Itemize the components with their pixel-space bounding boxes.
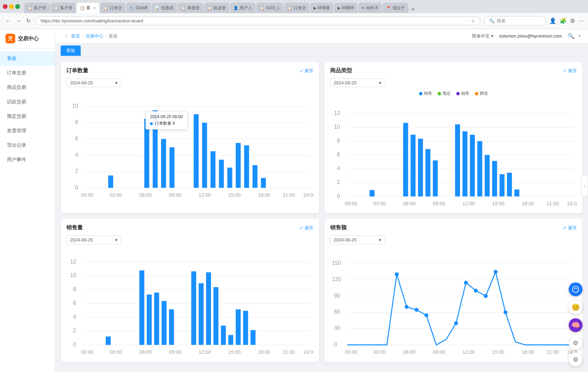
svg-rect-16 <box>169 147 174 188</box>
language-selector[interactable]: 简体中文 ▾ <box>472 33 494 39</box>
new-tab-button[interactable]: + <box>409 6 417 13</box>
legend-label-reservation: 预定 <box>442 91 451 96</box>
svg-text:03:00: 03:00 <box>373 201 386 206</box>
sidebar-item-recognition-trading[interactable]: 识款交易 <box>0 95 55 109</box>
sales-amount-header: 销售额 ⤢ 展开 <box>330 224 577 231</box>
address-bar: ← → ↻ https://rbc.hycereson.com/trading/… <box>0 13 588 29</box>
browser-tab[interactable]: 📋机器管 <box>204 3 229 13</box>
svg-rect-99 <box>236 309 241 345</box>
browser-tab-active[interactable]: 📋看 ✕ <box>77 3 99 13</box>
browser-tab[interactable]: 📋SOO_L <box>256 3 283 13</box>
breadcrumb-current: 看板 <box>109 33 118 39</box>
svg-text:03:00: 03:00 <box>110 349 122 355</box>
svg-text:6: 6 <box>337 152 340 157</box>
forward-button[interactable]: → <box>14 17 23 25</box>
url-bar[interactable]: https://rbc.hycereson.com/trading/transa… <box>36 17 480 25</box>
sidebar-item-product-trading[interactable]: 商品交易 <box>0 80 55 95</box>
sales-volume-date-select[interactable]: 2024-09-25 ▾ <box>66 236 121 244</box>
order-count-svg: 0 2 4 6 8 10 <box>66 91 313 199</box>
header-right: 简体中文 ▾ solomon.zhou@hycereson.com 🔍 + <box>472 33 581 39</box>
plus-icon[interactable]: + <box>578 33 581 39</box>
browser-tab[interactable]: 📊优惠类 <box>151 3 177 13</box>
sales-volume-chart: 0 2 4 6 8 10 12 <box>66 248 313 356</box>
data-point <box>503 310 507 314</box>
sales-amount-date-select[interactable]: 2024-09-25 ▾ <box>330 236 385 244</box>
settings-icon[interactable]: ⚙ <box>570 18 575 24</box>
svg-text:06:00: 06:00 <box>139 192 152 198</box>
product-type-expand[interactable]: ⤢ 展开 <box>563 68 577 74</box>
sidebar-item-invoice[interactable]: 发票管理 <box>0 124 55 138</box>
svg-rect-13 <box>144 119 149 188</box>
search-icon: 🔍 <box>489 18 495 23</box>
tab-kanban[interactable]: 看板 <box>61 45 81 56</box>
top-header: 《 首页 / 交易中心 / 看板 简体中文 ▾ solomon.zhou@hyc… <box>55 29 588 43</box>
charts-grid: 订单数量 ⤢ 展开 2024-09-25 ▾ <box>61 62 582 362</box>
collapse-sidebar-btn[interactable]: 《 <box>62 32 68 40</box>
browser-tab[interactable]: ▶哔哩看 <box>310 3 333 13</box>
sidebar-item-order-trading[interactable]: 订单交易 <box>0 66 55 80</box>
svg-text:03:00: 03:00 <box>110 192 122 198</box>
browser-tab[interactable]: 📋订单交 <box>100 3 126 13</box>
product-type-legend: 销售 预定 抽奖 赠送 <box>330 91 577 96</box>
svg-text:06:00: 06:00 <box>139 349 152 355</box>
window-controls[interactable] <box>3 4 20 9</box>
svg-rect-50 <box>403 123 408 197</box>
order-count-expand[interactable]: ⤢ 展开 <box>299 68 313 74</box>
app-container: 交 交易中心 看板 订单交易 商品交易 识款交易 预定交易 发票管理 导出记录 … <box>0 29 588 372</box>
svg-text:18:00: 18:00 <box>521 349 534 355</box>
breadcrumb-trading[interactable]: 交易中心 <box>86 33 103 39</box>
float-icon-smile[interactable]: 😊 <box>569 300 582 314</box>
window-close-button[interactable] <box>3 4 8 9</box>
main-content: 订单数量 ⤢ 展开 2024-09-25 ▾ <box>55 56 588 372</box>
sales-amount-expand[interactable]: ⤢ 展开 <box>563 225 577 231</box>
product-type-card: 商品类型 ⤢ 展开 2024-09-25 ▾ <box>325 62 583 213</box>
sales-volume-expand[interactable]: ⤢ 展开 <box>299 225 313 231</box>
browser-tab[interactable]: ✏创作不 <box>358 3 382 13</box>
browser-tab[interactable]: 📋客户管 <box>50 3 76 13</box>
browser-tab[interactable]: 📍现位于 <box>383 3 408 13</box>
svg-rect-97 <box>221 326 226 345</box>
browser-tab[interactable]: 📋单据管 <box>178 3 203 13</box>
browser-tab[interactable]: 🔧03a6ff <box>126 3 151 13</box>
svg-rect-52 <box>418 139 423 197</box>
window-minimize-button[interactable] <box>9 4 14 9</box>
sidebar-item-export[interactable]: 导出记录 <box>0 138 55 153</box>
svg-text:30: 30 <box>334 326 340 331</box>
svg-text:120: 120 <box>332 277 341 282</box>
right-panel-toggle[interactable]: › <box>581 176 588 196</box>
browser-chrome: 📋客户管 📋客户管 📋看 ✕ 📋订单交 🔧03a6ff 📊优惠类 📋单据管 📋机… <box>0 0 588 13</box>
refresh-button[interactable]: ↻ <box>25 17 32 25</box>
extensions-icon[interactable]: 🧩 <box>560 18 567 24</box>
svg-text:21:00: 21:00 <box>283 192 295 198</box>
sidebar-item-user-events[interactable]: 用户事件 <box>0 153 55 167</box>
browser-tab[interactable]: 📋客户管 <box>24 3 50 13</box>
browser-tab[interactable]: 👤用户人 <box>230 3 256 13</box>
product-type-date-select[interactable]: 2024-09-25 ▾ <box>330 79 385 87</box>
svg-rect-25 <box>261 178 266 188</box>
sales-volume-title: 销售量 <box>66 224 83 231</box>
svg-text:06:00: 06:00 <box>403 349 416 355</box>
order-count-date-select[interactable]: 2024-09-25 ▾ <box>66 79 121 87</box>
sidebar-item-kanban[interactable]: 看板 <box>0 51 55 66</box>
float-icon-gear1[interactable]: ⚙ <box>569 336 582 350</box>
sales-volume-header: 销售量 ⤢ 展开 <box>66 224 313 231</box>
more-icon[interactable]: ⋯ <box>578 18 584 24</box>
svg-rect-95 <box>206 272 211 345</box>
browser-tab[interactable]: ▶哔哩哔 <box>334 3 358 13</box>
svg-rect-54 <box>433 161 438 197</box>
search-icon[interactable]: 🔍 <box>568 33 575 39</box>
search-bar[interactable]: 🔍 搜索 <box>484 16 546 26</box>
profile-icon[interactable]: 👤 <box>549 18 556 24</box>
order-count-title: 订单数量 <box>66 67 88 74</box>
svg-text:150: 150 <box>332 260 341 266</box>
float-icon-gear2[interactable]: ⚙ <box>569 353 582 366</box>
breadcrumb-home[interactable]: 首页 <box>71 33 80 39</box>
back-button[interactable]: ← <box>4 17 12 25</box>
svg-text:60: 60 <box>334 309 340 315</box>
bookmark-icon[interactable]: ☆ <box>471 18 475 23</box>
window-maximize-button[interactable] <box>15 4 20 9</box>
float-icon-brain[interactable]: 🧠 <box>569 318 582 332</box>
float-icon-circular[interactable] <box>569 282 582 296</box>
browser-tab[interactable]: 📋订单交 <box>284 3 309 13</box>
sidebar-item-reservation[interactable]: 预定交易 <box>0 109 55 124</box>
